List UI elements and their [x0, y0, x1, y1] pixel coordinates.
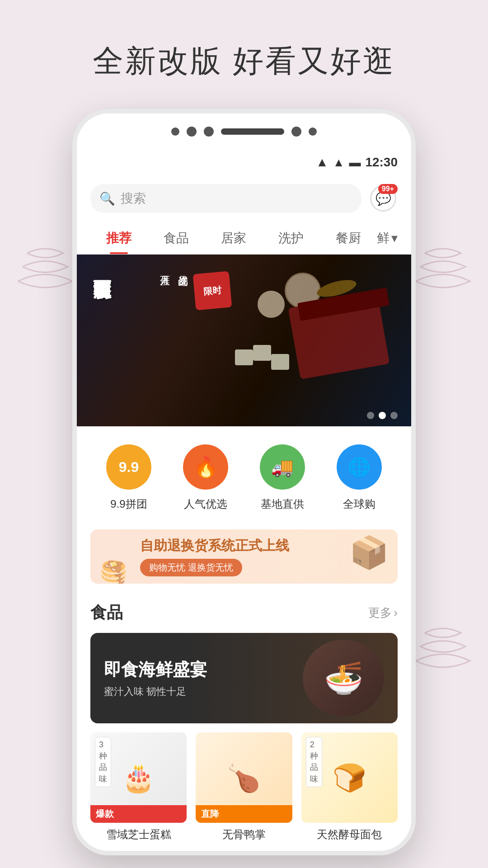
section-header: 食品 更多 › [77, 597, 411, 633]
status-icons: ▲ ▲ ▬ 12:30 [316, 155, 398, 170]
promo-main-text: 自助退换货系统正式上线 [140, 537, 384, 555]
phone-dot [171, 127, 179, 136]
quick-item-global[interactable]: 🌐 全球购 [337, 444, 382, 511]
product-image-cake: 🎂 3种品味 爆款 [90, 732, 187, 823]
chevron-right-icon: › [394, 606, 398, 620]
product-image-bread: 🍞 2种品味 [301, 732, 398, 823]
phone-dot [187, 127, 197, 137]
phone-dot [309, 127, 317, 136]
food-banner-title: 即食海鲜盛宴 [104, 658, 207, 681]
category-tabs: 推荐 食品 居家 洗护 餐厨 鲜 ▾ [77, 222, 411, 255]
product-card-cake[interactable]: 🎂 3种品味 爆款 雪域芝士蛋糕 [90, 732, 187, 842]
promo-deco-coins: 🥞 [99, 560, 127, 584]
tab-home[interactable]: 居家 [205, 222, 263, 254]
status-bar: ▲ ▲ ▬ 12:30 [77, 150, 411, 175]
global-icon: 🌐 [337, 444, 382, 490]
promo-banner[interactable]: 🥞 自助退换货系统正式上线 购物无忧 退换货无忧 📦 [90, 529, 398, 584]
promo-sub-btn: 购物无忧 退换货无忧 [140, 559, 242, 576]
popular-label: 人气优选 [184, 497, 227, 511]
wifi-icon: ▲ [316, 155, 328, 170]
section-title: 食品 [90, 602, 123, 624]
phone-dot [204, 127, 214, 137]
product-name-bread: 天然酵母面包 [301, 827, 398, 842]
product-image-duck: 🍗 直降 [196, 732, 292, 823]
product-card-bread[interactable]: 🍞 2种品味 天然酵母面包 [301, 732, 398, 842]
search-icon: 🔍 [99, 191, 115, 206]
quick-icons-row: 9.9 9.9拼团 🔥 人气优选 🚚 基地直供 🌐 全球购 [77, 426, 411, 529]
product-name-cake: 雪域芝士蛋糕 [90, 827, 187, 842]
promo-box-deco: 📦 [349, 534, 389, 571]
varieties-badge-cake: 3种品味 [95, 737, 111, 787]
product-badge-discount: 直降 [196, 805, 292, 823]
tab-fresh[interactable]: 鲜 ▾ [377, 230, 398, 247]
phone-frame: ▲ ▲ ▬ 12:30 🔍 搜索 💬 99+ 推荐 食品 居家 洗护 餐厨 [72, 109, 416, 855]
direct-label: 基地直供 [261, 497, 304, 511]
search-placeholder: 搜索 [121, 190, 146, 207]
food-banner-text: 即食海鲜盛宴 蜜汁入味 韧性十足 [104, 658, 207, 698]
quick-item-popular[interactable]: 🔥 人气优选 [183, 444, 228, 511]
food-banner-sub: 蜜汁入味 韧性十足 [104, 685, 207, 698]
tab-food[interactable]: 食品 [148, 222, 205, 254]
varieties-badge-bread: 2种品味 [306, 737, 322, 787]
message-button[interactable]: 💬 99+ [369, 184, 398, 213]
section-more-btn[interactable]: 更多 › [368, 605, 398, 621]
phone-speaker [221, 128, 284, 135]
promo-text-area: 自助退换货系统正式上线 购物无忧 退换货无忧 [140, 537, 384, 576]
tab-recommend[interactable]: 推荐 [90, 222, 148, 254]
quick-item-direct[interactable]: 🚚 基地直供 [260, 444, 305, 511]
global-label: 全球购 [343, 497, 375, 511]
group-buy-label: 9.9拼团 [110, 497, 147, 511]
quick-item-group-buy[interactable]: 9.9 9.9拼团 [106, 444, 151, 511]
page-title: 全新改版 好看又好逛 [0, 0, 488, 109]
tab-care[interactable]: 洗护 [262, 222, 319, 254]
phone-dot [291, 127, 301, 137]
product-badge-hot: 爆款 [90, 805, 187, 823]
message-badge: 99+ [378, 184, 398, 194]
main-banner[interactable]: 圆满中秋汇百香 月下佳人 岁岁品优选 限时 [77, 255, 411, 426]
direct-icon: 🚚 [260, 444, 305, 490]
banner-seal: 限时 [193, 271, 232, 311]
phone-top-bar [77, 113, 411, 150]
time-display: 12:30 [365, 155, 398, 170]
product-name-duck: 无骨鸭掌 [196, 827, 292, 842]
product-grid: 🎂 3种品味 爆款 雪域芝士蛋糕 🍗 直降 无骨鸭掌 [77, 723, 411, 851]
battery-icon: ▬ [349, 156, 361, 170]
group-buy-icon: 9.9 [106, 444, 151, 490]
search-input-wrap[interactable]: 🔍 搜索 [90, 184, 361, 213]
chevron-down-icon: ▾ [391, 231, 398, 245]
product-card-duck[interactable]: 🍗 直降 无骨鸭掌 [196, 732, 292, 842]
food-section: 食品 更多 › 即食海鲜盛宴 蜜汁入味 韧性十足 🍜 [77, 597, 411, 851]
food-banner[interactable]: 即食海鲜盛宴 蜜汁入味 韧性十足 🍜 [90, 633, 398, 723]
popular-icon: 🔥 [183, 444, 228, 490]
search-bar: 🔍 搜索 💬 99+ [77, 175, 411, 222]
screen: ▲ ▲ ▬ 12:30 🔍 搜索 💬 99+ 推荐 食品 居家 洗护 餐厨 [77, 150, 411, 851]
signal-icon: ▲ [333, 156, 345, 170]
tab-kitchen[interactable]: 餐厨 [319, 222, 377, 254]
